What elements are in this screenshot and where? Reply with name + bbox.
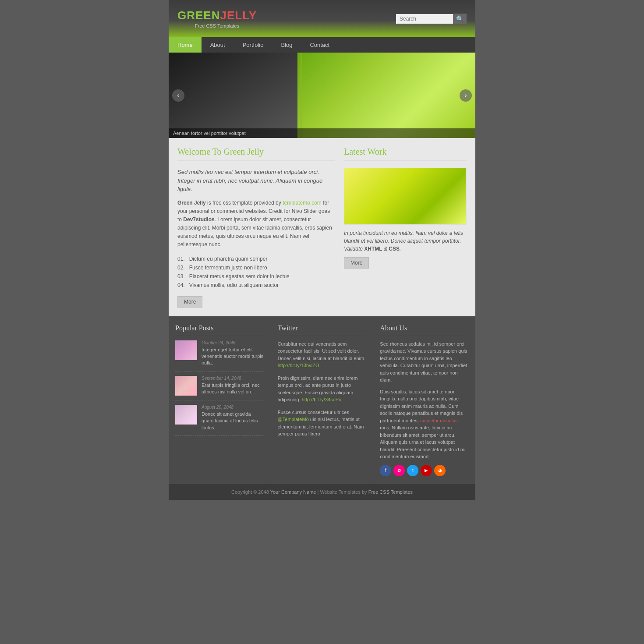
work-caption: In porta tincidunt mi eu mattis. Nam vel… — [344, 229, 467, 253]
nav-about[interactable]: About — [202, 37, 234, 53]
youtube-icon[interactable]: ▶ — [421, 465, 432, 476]
post-text: Erat turpis fringilla orci, nec ultrices… — [202, 382, 264, 396]
latest-work-section: Latest Work In porta tincidunt mi eu mat… — [344, 147, 467, 308]
welcome-body: Green Jelly is free css template provide… — [177, 199, 335, 249]
about-link[interactable]: nascetur ridiculus — [420, 418, 458, 423]
facebook-icon[interactable]: f — [380, 465, 391, 476]
post-content: October 24, 2048 Integer eget tortor et … — [202, 340, 264, 367]
post-item: September 14, 2048 Erat turpis fringilla… — [175, 376, 264, 400]
post-item: October 24, 2048 Integer eget tortor et … — [175, 340, 264, 372]
site-logo: GREENJELLY Free CSS Templates — [177, 9, 257, 28]
tweet-link[interactable]: http://bit.ly/34sdPo — [302, 397, 342, 402]
post-date: September 14, 2048 — [202, 376, 264, 381]
welcome-list: 01. Dictum eu pharetra quam semper 02. F… — [177, 255, 335, 290]
about-text-2: Duis sagittis, lacus sit amet tempor fri… — [380, 388, 469, 460]
copyright-text: Copyright © 2048 — [231, 489, 269, 495]
welcome-intro: Sed mollis leo nec est tempor interdum e… — [177, 168, 335, 194]
twitter-icon[interactable]: t — [407, 465, 418, 476]
tweet-2: Proin dignissim, diam nec enim lorem tem… — [278, 375, 367, 403]
post-thumbnail — [175, 340, 197, 360]
slider-next[interactable]: › — [460, 89, 472, 102]
list-item: 04. Vivamus mollis, odio ut aliquam auct… — [177, 281, 335, 290]
hero-slider: ‹ › Aenean tortor vel porttitor volutpat — [169, 53, 475, 138]
templatemo-link[interactable]: templatemo.com — [283, 200, 322, 206]
welcome-more-button[interactable]: More — [177, 296, 202, 308]
tweet-mention[interactable]: @TemplateMo — [278, 417, 309, 422]
footer-sections: Popular Posts October 24, 2048 Integer e… — [169, 316, 475, 484]
tweet-1: Curabitur nec dui venenatis sem consecte… — [278, 340, 367, 369]
logo-subtitle: Free CSS Templates — [177, 23, 257, 28]
logo-jelly: JELLY — [220, 9, 257, 22]
logo-green: GREEN — [177, 9, 220, 22]
post-thumbnail — [175, 376, 197, 396]
search-input[interactable] — [396, 14, 453, 24]
popular-posts-section: Popular Posts October 24, 2048 Integer e… — [169, 316, 271, 484]
about-us-section: About Us Sed rhoncus sodales mi, id semp… — [373, 316, 475, 484]
popular-posts-title: Popular Posts — [175, 324, 264, 335]
list-item: 03. Placerat metus egestas sem dolor in … — [177, 272, 335, 281]
post-text: Integer eget tortor et elit venenatis au… — [202, 347, 264, 367]
post-content: August 20, 2048 Donec sit amet gravida q… — [202, 405, 264, 431]
post-date: October 24, 2048 — [202, 340, 264, 345]
welcome-title: Welcome To Green Jelly — [177, 147, 335, 161]
twitter-section: Twitter Curabitur nec dui venenatis sem … — [271, 316, 374, 484]
about-text-1: Sed rhoncus sodales mi, id semper orci g… — [380, 340, 469, 384]
twitter-title: Twitter — [278, 324, 367, 335]
post-item: August 20, 2048 Donec sit amet gravida q… — [175, 405, 264, 436]
tweet-link[interactable]: http://bit.ly/13bviZO — [278, 363, 319, 368]
slider-caption: Aenean tortor vel porttitor volutpat — [169, 128, 475, 138]
nav-blog[interactable]: Blog — [272, 37, 301, 53]
latest-work-title: Latest Work — [344, 147, 467, 161]
slider-prev[interactable]: ‹ — [172, 89, 184, 102]
search-box: 🔍 — [396, 14, 467, 24]
rss-icon[interactable]: ◕ — [434, 465, 446, 476]
post-date: August 20, 2048 — [202, 405, 264, 410]
post-text: Donec sit amet gravida quam lacinia at l… — [202, 411, 264, 431]
list-item: 02. Fusce fermentum justo non libero — [177, 263, 335, 272]
work-image — [344, 168, 467, 225]
post-content: September 14, 2048 Erat turpis fringilla… — [202, 376, 264, 396]
main-content: Welcome To Green Jelly Sed mollis leo ne… — [169, 138, 475, 316]
welcome-section: Welcome To Green Jelly Sed mollis leo ne… — [177, 147, 335, 308]
nav-contact[interactable]: Contact — [301, 37, 338, 53]
about-us-title: About Us — [380, 324, 469, 335]
list-item: 01. Dictum eu pharetra quam semper — [177, 255, 335, 263]
social-icons: f ✿ t ▶ ◕ — [380, 465, 469, 476]
footer-bottom: Copyright © 2048 Your Company Name | Web… — [169, 484, 475, 500]
template-credit: Website Templates by — [320, 489, 367, 495]
flickr-icon[interactable]: ✿ — [393, 465, 405, 476]
main-nav: Home About Portfolio Blog Contact — [169, 37, 475, 53]
freecss-link[interactable]: Free CSS Templates — [368, 489, 413, 495]
work-more-button[interactable]: More — [344, 257, 369, 269]
nav-home[interactable]: Home — [169, 37, 202, 53]
company-link[interactable]: Your Company Name — [270, 489, 316, 495]
post-thumbnail — [175, 405, 197, 425]
nav-portfolio[interactable]: Portfolio — [234, 37, 272, 53]
tweet-3: Fusce cursus consectetur ultrices @Templ… — [278, 409, 367, 438]
search-button[interactable]: 🔍 — [453, 14, 467, 24]
